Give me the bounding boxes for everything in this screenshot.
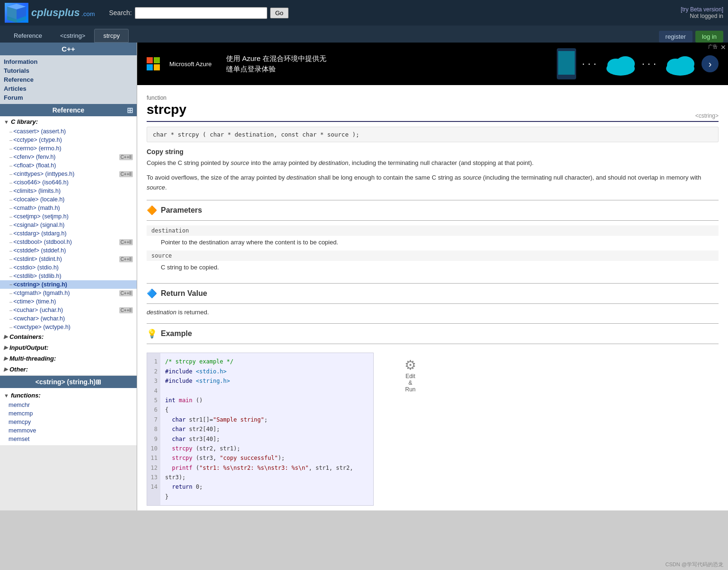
svg-rect-8 — [154, 64, 160, 70]
ref-item-climits[interactable]: –<climits> (limits.h) — [0, 187, 137, 195]
logo-cube-icon — [5, 3, 28, 23]
tab-strcpy[interactable]: strcpy — [94, 29, 129, 43]
tab-cstring[interactable]: <cstring> — [51, 29, 94, 43]
c-library-category[interactable]: ▼ C library: — [0, 116, 137, 127]
ad-label: 广告 — [708, 43, 718, 50]
parameters-icon: 🔶 — [147, 205, 157, 216]
ad-close-button[interactable]: ✕ — [720, 43, 726, 51]
logo-text: cplusplus .com — [31, 7, 95, 19]
func-breadcrumb: <cstring> — [695, 112, 719, 119]
param-destination-name: destination — [147, 225, 719, 236]
ref-expand-icon[interactable]: ⊞ — [127, 106, 133, 115]
svg-point-16 — [675, 56, 694, 71]
parameters-title: 🔶 Parameters — [147, 205, 719, 216]
cstring-func-memmove[interactable]: memmove — [0, 426, 137, 435]
cstring-func-memset[interactable]: memset — [0, 435, 137, 443]
ref-item-cstddef[interactable]: –<cstddef> (stddef.h) — [0, 246, 137, 255]
function-signature: char * strcpy ( char * destination, cons… — [147, 127, 719, 142]
ref-item-csetjmp[interactable]: –<csetjmp> (setjmp.h) — [0, 212, 137, 221]
sidebar-nav: Information Tutorials Reference Articles… — [0, 55, 137, 104]
param-destination-desc: Pointer to the destination array where t… — [147, 236, 719, 250]
ref-item-cmath[interactable]: –<cmath> (math.h) — [0, 204, 137, 212]
search-area: Search: Go — [109, 7, 666, 19]
search-go-button[interactable]: Go — [270, 8, 289, 18]
sidebar-cpp-header: C++ — [0, 43, 137, 55]
edit-run-button[interactable]: ⚙ Edit&Run — [404, 357, 416, 393]
ref-item-cstring[interactable]: –<cstring> (string.h) — [0, 280, 137, 289]
example-icon: 💡 — [147, 328, 157, 339]
sidebar-item-reference[interactable]: Reference — [4, 75, 133, 84]
reference-section-header: Reference ⊞ — [0, 104, 137, 116]
return-icon: 🔷 — [147, 288, 157, 299]
example-title: 💡 Example — [147, 328, 719, 339]
search-label: Search: — [109, 9, 132, 17]
ref-item-cwctype[interactable]: –<cwctype> (wctype.h) — [0, 323, 137, 331]
ref-item-cerrno[interactable]: –<cerrno> (errno.h) — [0, 144, 137, 153]
ref-item-cstdbool[interactable]: –<cstdbool> (stdbool.h)C++ll — [0, 238, 137, 246]
ref-item-cinttypes[interactable]: –<cinttypes> (inttypes.h)C++ll — [0, 170, 137, 178]
ref-item-cctype[interactable]: –<cctype> (ctype.h) — [0, 136, 137, 144]
ref-item-cstdlib[interactable]: –<cstdlib> (stdlib.h) — [0, 272, 137, 280]
search-input[interactable] — [135, 7, 267, 19]
sidebar-item-articles[interactable]: Articles — [4, 84, 133, 93]
beta-link[interactable]: [try Beta version] — [681, 6, 723, 13]
ref-item-cassert[interactable]: –<cassert> (assert.h) — [0, 127, 137, 136]
function-name: strcpy — [147, 102, 186, 117]
param-source-name: source — [147, 250, 719, 261]
svg-rect-10 — [558, 51, 575, 75]
ref-item-ciso646[interactable]: –<ciso646> (iso646.h) — [0, 178, 137, 187]
cstring-func-memcmp[interactable]: memcmp — [0, 409, 137, 418]
ref-item-clocale[interactable]: –<clocale> (locale.h) — [0, 195, 137, 204]
ref-item-cwchar[interactable]: –<cwchar> (wchar.h) — [0, 314, 137, 323]
copy-string-desc2: To avoid overflows, the size of the arra… — [147, 173, 719, 193]
multithreading-category[interactable]: ▶Multi-threading: — [0, 353, 137, 364]
azure-illustration: ··· ··· › — [556, 47, 719, 80]
register-button[interactable]: register — [659, 31, 693, 43]
edit-run-icon: ⚙ — [404, 357, 416, 373]
svg-point-13 — [616, 56, 635, 71]
sidebar-item-forum[interactable]: Forum — [4, 93, 133, 102]
svg-rect-6 — [154, 57, 160, 63]
cstring-functions-category[interactable]: ▼functions: — [0, 390, 137, 401]
copy-string-title: Copy string — [147, 148, 719, 155]
other-category[interactable]: ▶Other: — [0, 364, 137, 375]
ref-item-cstdint[interactable]: –<cstdint> (stdint.h)C++ll — [0, 255, 137, 263]
code-content: /* strcpy example */ #include <stdio.h> … — [160, 353, 373, 505]
return-desc: destination is returned. — [147, 309, 719, 316]
ref-item-cfenv[interactable]: –<cfenv> (fenv.h)C++ll — [0, 153, 137, 161]
cstring-expand-icon[interactable]: ⊞ — [96, 378, 101, 386]
return-value-title: 🔷 Return Value — [147, 288, 719, 299]
ad-banner: Microsoft Azure 使用 Azure 在混合环境中提供无缝单点登录体… — [137, 43, 728, 85]
sidebar-item-information[interactable]: Information — [4, 57, 133, 66]
cstring-func-memchr[interactable]: memchr — [0, 401, 137, 409]
nav-tabs-bar: Reference <cstring> strcpy register log … — [0, 26, 728, 43]
function-label: function — [147, 95, 719, 101]
ref-item-cstdio[interactable]: –<cstdio> (stdio.h) — [0, 263, 137, 272]
tab-reference[interactable]: Reference — [5, 29, 51, 43]
ad-company: Microsoft Azure — [169, 60, 212, 68]
containers-category[interactable]: ▶Containers: — [0, 331, 137, 342]
login-button[interactable]: log in — [695, 31, 723, 43]
ref-item-ctime[interactable]: –<ctime> (time.h) — [0, 297, 137, 306]
ad-text: 使用 Azure 在混合环境中提供无缝单点登录体验 — [226, 53, 327, 75]
ref-item-cuchar[interactable]: –<cuchar> (uchar.h)C++ll — [0, 306, 137, 314]
reference-list: ▼ C library: –<cassert> (assert.h) –<cct… — [0, 116, 137, 375]
param-source-desc: C string to be copied. — [147, 261, 719, 276]
svg-rect-5 — [147, 57, 153, 63]
top-right-area: [try Beta version] Not logged in — [681, 6, 723, 19]
cstring-func-memcpy[interactable]: memcpy — [0, 418, 137, 426]
ref-item-ctgmath[interactable]: –<ctgmath> (tgmath.h)C++ll — [0, 289, 137, 297]
ref-item-cstdarg[interactable]: –<cstdarg> (stdarg.h) — [0, 229, 137, 238]
code-block: 1234567891011121314 /* strcpy example */… — [147, 353, 374, 506]
code-line-numbers: 1234567891011121314 — [147, 353, 160, 505]
cstring-section-header: <cstring> (string.h) ⊞ — [0, 376, 137, 388]
not-logged-text: Not logged in — [681, 13, 723, 19]
io-category[interactable]: ▶Input/Output: — [0, 342, 137, 353]
cstring-functions-list: ▼functions: memchr memcmp memcpy memmove… — [0, 388, 137, 445]
svg-rect-7 — [147, 64, 153, 70]
sidebar-item-tutorials[interactable]: Tutorials — [4, 66, 133, 75]
ref-item-csignal[interactable]: –<csignal> (signal.h) — [0, 221, 137, 229]
edit-run-label[interactable]: Edit&Run — [404, 373, 416, 393]
ref-item-cfloat[interactable]: –<cfloat> (float.h) — [0, 161, 137, 170]
copy-string-desc: Copies the C string pointed by source in… — [147, 158, 719, 168]
